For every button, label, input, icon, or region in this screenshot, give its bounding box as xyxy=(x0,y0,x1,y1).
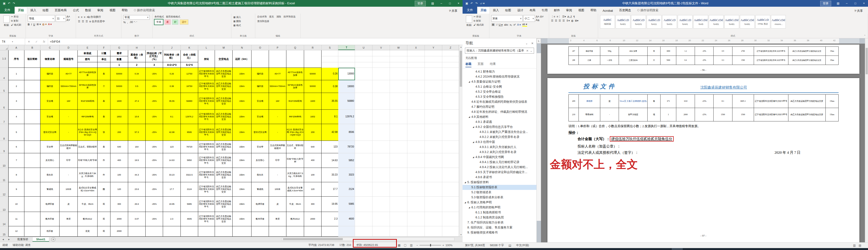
sheet-nav-arrows[interactable]: ◄ ► xyxy=(0,238,13,241)
cell-Q6[interactable]: Φ16*20M双钩 xyxy=(286,93,304,110)
grid-cell[interactable] xyxy=(355,50,372,56)
cell-E7[interactable]: Φ8*20M单钩 xyxy=(78,110,97,124)
excel-vertical-scrollbar[interactable]: ▲ ▼ xyxy=(459,45,463,237)
cell-N6[interactable]: 15km xyxy=(232,93,251,110)
cell-E15[interactable]: 尼龙 xyxy=(78,226,97,237)
cell-W12[interactable] xyxy=(390,182,407,197)
grid-cell[interactable] xyxy=(442,50,459,56)
cell-W7[interactable] xyxy=(390,110,407,124)
cell-N14[interactable]: 15km xyxy=(232,212,251,226)
cell-J15[interactable] xyxy=(163,226,181,237)
cell-Z5[interactable] xyxy=(442,80,459,93)
cell-V6[interactable] xyxy=(372,93,390,110)
cell-W11[interactable] xyxy=(390,168,407,182)
cell-G6[interactable]: 1600 xyxy=(111,93,128,110)
cell-P5[interactable]: 550mm×700mm xyxy=(269,80,286,93)
row-header-13[interactable]: 13 xyxy=(0,197,8,212)
grid-cell[interactable] xyxy=(338,56,355,62)
cell-K7[interactable]: 12976.2 xyxy=(181,110,198,124)
cell-Q12[interactable]: 盘式红白安全警戒线 4.5cm*40m xyxy=(286,182,304,197)
cell-P14[interactable]: 单层 xyxy=(269,212,286,226)
cell-B14[interactable] xyxy=(24,212,40,226)
nav-item[interactable]: ◢4.9 其他材料 xyxy=(463,114,536,119)
cell-E8[interactable]: 5公分 高强丝安全网 3*6m 2kg JCH-AQW-GQ3 xyxy=(78,124,97,141)
cell-Z11[interactable] xyxy=(442,168,459,182)
style-font91[interactable]: AaBbCcDdfont91 xyxy=(740,15,755,28)
cell-I12[interactable]: -25% xyxy=(146,182,163,197)
cell-W6[interactable] xyxy=(390,93,407,110)
cell-N11[interactable]: 15km xyxy=(232,168,251,182)
row-header-15[interactable]: 15 xyxy=(0,226,8,237)
cell-P13[interactable]: 皮 xyxy=(269,197,286,212)
cell-Q5[interactable]: 55*95cm浅绿色加厚 xyxy=(286,80,304,93)
ribbon-tab-开始[interactable]: 开始 xyxy=(14,7,27,13)
cell-D9[interactable]: 五点式双钩带吸能缓冲 xyxy=(60,141,78,153)
nav-item[interactable]: ◢5. 投标报价资料 xyxy=(463,180,536,185)
cell-R5[interactable]: 50000 xyxy=(304,80,321,93)
row-header-12[interactable]: 12 xyxy=(0,182,8,197)
column-letter-H[interactable]: H xyxy=(128,45,146,50)
column-letter-L[interactable]: L xyxy=(198,45,215,50)
cell-N4[interactable]: 15km xyxy=(232,68,251,80)
cell-A15[interactable]: 12 xyxy=(8,226,24,237)
cell-I10[interactable]: -25% xyxy=(146,153,163,168)
redo-icon[interactable]: ↷ xyxy=(13,2,15,5)
column-letter-X[interactable]: X xyxy=(407,45,425,50)
cell-W8[interactable] xyxy=(390,124,407,141)
cell-H14[interactable]: 3.07 xyxy=(128,212,146,226)
share-button[interactable]: ⅌ 共享 xyxy=(447,8,459,13)
cell-C5[interactable]: 编织袋 xyxy=(40,80,60,93)
grid-cell[interactable] xyxy=(321,56,338,62)
cell-M4[interactable]: 由乙方负责运输至甲方指定地点交货 xyxy=(215,68,232,80)
cell-N10[interactable]: 15km xyxy=(232,153,251,168)
grid-cell[interactable] xyxy=(321,50,338,56)
清除-button[interactable]: 清除 xyxy=(276,15,281,19)
cell-Q8[interactable]: 5公分 高强丝安全网 3*6m 2kg JCH-AQW-GQ3 xyxy=(286,124,304,141)
cell-L14[interactable]: 辽宁省沈阳市沈河区青年大街55甲号 xyxy=(198,212,215,226)
nav-item[interactable]: 4.7 履约信用证明 xyxy=(463,104,536,109)
cell-K13[interactable]: 5985 xyxy=(181,197,198,212)
cell-V7[interactable] xyxy=(372,110,390,124)
cell-A9[interactable]: 6 xyxy=(8,141,24,153)
column-letter-S[interactable]: S xyxy=(321,45,338,50)
row-header-6[interactable]: 6 xyxy=(0,93,8,110)
cell-T4[interactable]: 13000 xyxy=(338,68,355,80)
save-icon[interactable]: ▣ xyxy=(465,2,468,5)
nav-item[interactable]: 8. 组织供应、运输、售后服务方案 xyxy=(463,225,536,230)
ribbon-display-icon[interactable]: ▤ xyxy=(834,0,842,6)
cell-U14[interactable] xyxy=(355,212,372,226)
cell-S6[interactable]: 35.55 xyxy=(321,93,338,110)
nav-expand-icon[interactable]: ◢ xyxy=(469,206,471,209)
cell-I11[interactable]: -25% xyxy=(146,168,163,182)
grid-cell[interactable] xyxy=(338,50,355,56)
cell-Z12[interactable] xyxy=(442,182,459,197)
cell-Q4[interactable]: 45*77cm浅绿色加厚 xyxy=(286,68,304,80)
cell-Q7[interactable]: Φ8*20M单钩 xyxy=(286,110,304,124)
grid-cell[interactable] xyxy=(390,62,407,68)
highlight-icon[interactable]: ab ▾ xyxy=(522,23,527,27)
cell-F14[interactable]: 双 xyxy=(97,212,111,226)
style-·msono...[interactable]: AaBbCcDd·msono... xyxy=(771,15,786,28)
nav-item[interactable]: 4.4.1 财务能力 xyxy=(463,69,536,74)
align-top-icon[interactable]: ≡ xyxy=(78,16,80,19)
cell-E12[interactable]: 盘式红白安全警戒线 4.5cm*40m xyxy=(78,182,97,197)
zoom-in-icon[interactable]: + xyxy=(442,244,444,247)
cell-V10[interactable] xyxy=(372,153,390,168)
column-letter-V[interactable]: V xyxy=(372,45,390,50)
cell-O11[interactable]: 救生衣 xyxy=(251,168,269,182)
cell-D6[interactable]: 16# xyxy=(60,93,78,110)
cell-C12[interactable]: 警戒线 xyxy=(40,182,60,197)
clear-search-icon[interactable]: ✕ xyxy=(526,49,529,52)
cell-J14[interactable]: 2.3 xyxy=(163,212,181,226)
document-page-97[interactable]: 投标文件 沈阳鑫盛辰建材销售有限公司 209缠绕膜蓝50cm宽 大卷工业缠绕膜 … xyxy=(548,78,859,242)
font-color-icon[interactable]: A ▾ xyxy=(48,23,52,26)
shading-icon[interactable]: ◍ xyxy=(571,19,574,22)
cell-V5[interactable] xyxy=(372,80,390,93)
cell-X10[interactable] xyxy=(407,153,425,168)
bold-button[interactable]: B xyxy=(491,23,495,26)
cell-Y13[interactable] xyxy=(425,197,442,212)
cell-U10[interactable] xyxy=(355,153,372,168)
close-icon[interactable]: × xyxy=(860,0,868,6)
column-letter-W[interactable]: W xyxy=(390,45,407,50)
cell-T9[interactable]: 78720 xyxy=(338,141,355,153)
